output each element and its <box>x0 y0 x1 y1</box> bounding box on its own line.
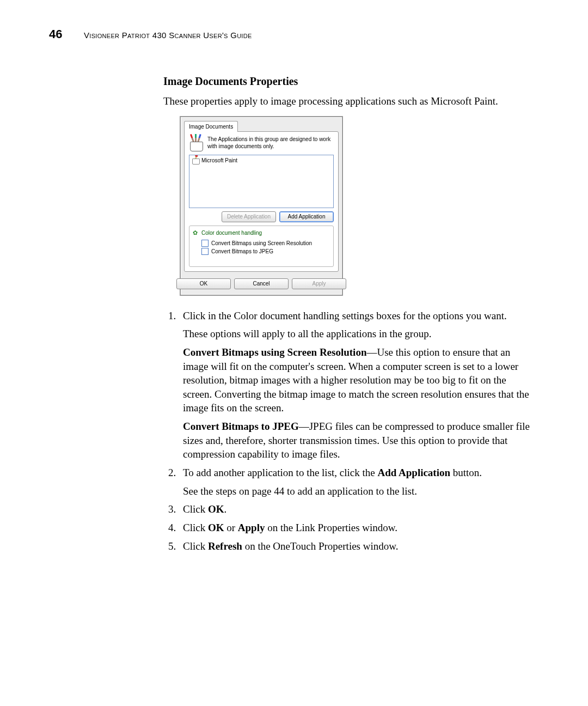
step-sub-opt1: Convert Bitmaps using Screen Resolution—… <box>183 345 534 415</box>
app-list-item-label: Microsoft Paint <box>201 157 237 165</box>
opt1-title: Convert Bitmaps using Screen Resolution <box>183 346 366 358</box>
s5-bold: Refresh <box>208 540 242 552</box>
s5-pre: Click <box>183 540 208 552</box>
color-document-handling-group: Color document handling Convert Bitmaps … <box>189 226 334 267</box>
running-head: Visioneer Patriot 430 Scanner User's Gui… <box>84 31 252 40</box>
delete-application-button: Delete Application <box>222 211 276 222</box>
s4-pre: Click <box>183 522 208 533</box>
s3-bold: OK <box>208 503 224 515</box>
s2-bold: Add Application <box>377 467 450 478</box>
step-3: Click OK. <box>179 502 534 516</box>
s2-post: button. <box>450 467 482 478</box>
step-1: Click in the Color document handling set… <box>179 309 534 461</box>
step-2: To add another application to the list, … <box>179 466 534 498</box>
step-5: Click Refresh on the OneTouch Properties… <box>179 539 534 553</box>
add-application-button[interactable]: Add Application <box>279 211 334 222</box>
paint-icon <box>192 157 199 165</box>
opt-convert-jpeg[interactable]: Convert Bitmaps to JPEG <box>193 247 330 255</box>
opt-label: Convert Bitmaps using Screen Resolution <box>211 239 312 247</box>
gear-icon <box>193 230 199 236</box>
apply-button: Apply <box>292 278 346 289</box>
s4-post: on the Link Properties window. <box>265 522 397 533</box>
opt-label: Convert Bitmaps to JPEG <box>211 247 273 255</box>
steps-list: Click in the Color document handling set… <box>163 309 534 553</box>
section-heading: Image Documents Properties <box>163 74 534 89</box>
s4-bold2: Apply <box>238 522 265 533</box>
step-text: Click in the Color document handling set… <box>183 310 507 321</box>
opt2-title: Convert Bitmaps to JPEG <box>183 421 299 432</box>
cancel-button[interactable]: Cancel <box>234 278 289 289</box>
step-sub: These options will apply to all the appl… <box>183 327 534 341</box>
s5-post: on the OneTouch Properties window. <box>242 540 399 552</box>
application-list[interactable]: Microsoft Paint <box>189 155 334 208</box>
page-number: 46 <box>49 27 71 41</box>
s3-post: . <box>224 503 226 515</box>
s2-sub: See the steps on page 44 to add an appli… <box>183 484 534 498</box>
image-documents-dialog: Image Documents The Applications in this… <box>180 116 343 296</box>
page-header: 46 Visioneer Patriot 430 Scanner User's … <box>49 27 539 41</box>
dialog-description: The Applications in this group are desig… <box>207 136 334 150</box>
s3-pre: Click <box>183 503 208 515</box>
s4-mid: or <box>224 522 237 533</box>
checkbox-icon[interactable] <box>201 240 209 247</box>
list-item[interactable]: Microsoft Paint <box>192 157 331 165</box>
checkbox-icon[interactable] <box>201 248 209 255</box>
s4-bold1: OK <box>208 522 224 533</box>
step-4: Click OK or Apply on the Link Properties… <box>179 521 534 535</box>
s2-pre: To add another application to the list, … <box>183 467 377 478</box>
opt-convert-screen-resolution[interactable]: Convert Bitmaps using Screen Resolution <box>193 239 330 247</box>
step-sub-opt2: Convert Bitmaps to JPEG—JPEG files can b… <box>183 419 534 461</box>
paint-cup-icon <box>189 136 204 151</box>
intro-paragraph: These properties apply to image processi… <box>163 94 534 108</box>
dialog-screenshot: Image Documents The Applications in this… <box>180 116 534 296</box>
ok-button[interactable]: OK <box>176 278 231 289</box>
group-title-label: Color document handling <box>201 229 262 237</box>
tab-image-documents[interactable]: Image Documents <box>184 121 238 132</box>
